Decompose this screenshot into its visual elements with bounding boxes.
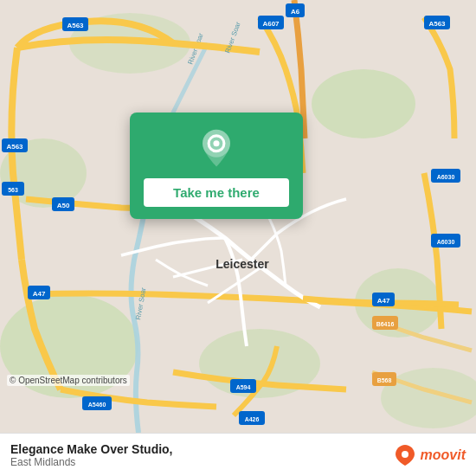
svg-text:A563: A563 <box>67 22 84 29</box>
moovit-icon <box>393 443 417 467</box>
svg-text:A563: A563 <box>428 20 446 28</box>
location-pin-icon <box>196 128 237 170</box>
svg-text:A5460: A5460 <box>88 402 106 408</box>
bottom-bar: Elegance Make Over Studio, East Midlands… <box>0 433 476 476</box>
place-region: East Midlands <box>10 456 173 468</box>
svg-text:B568: B568 <box>377 377 392 383</box>
svg-point-2 <box>312 69 415 138</box>
cta-card: Take me there <box>130 113 303 219</box>
svg-text:563: 563 <box>8 187 18 193</box>
svg-text:A607: A607 <box>262 20 280 28</box>
svg-text:A6: A6 <box>291 8 300 16</box>
moovit-text: moovit <box>421 447 466 463</box>
svg-text:A594: A594 <box>236 384 251 390</box>
place-info: Elegance Make Over Studio, East Midlands <box>10 442 173 468</box>
svg-point-47 <box>402 451 408 458</box>
map-container: River Soar <box>0 0 476 433</box>
svg-text:A6030: A6030 <box>437 239 455 245</box>
svg-text:A563: A563 <box>6 143 23 151</box>
moovit-logo: moovit <box>393 443 466 467</box>
place-name: Elegance Make Over Studio, <box>10 442 173 456</box>
svg-text:Leicester: Leicester <box>215 257 269 271</box>
svg-text:A50: A50 <box>57 202 70 209</box>
take-me-there-button[interactable]: Take me there <box>144 178 289 207</box>
svg-text:A426: A426 <box>245 416 260 422</box>
svg-point-46 <box>213 140 219 146</box>
svg-text:A6030: A6030 <box>437 174 455 180</box>
osm-credit: © OpenStreetMap contributors <box>7 375 130 386</box>
svg-text:B6416: B6416 <box>376 321 395 327</box>
svg-text:A47: A47 <box>33 290 46 298</box>
svg-text:A47: A47 <box>377 297 390 305</box>
